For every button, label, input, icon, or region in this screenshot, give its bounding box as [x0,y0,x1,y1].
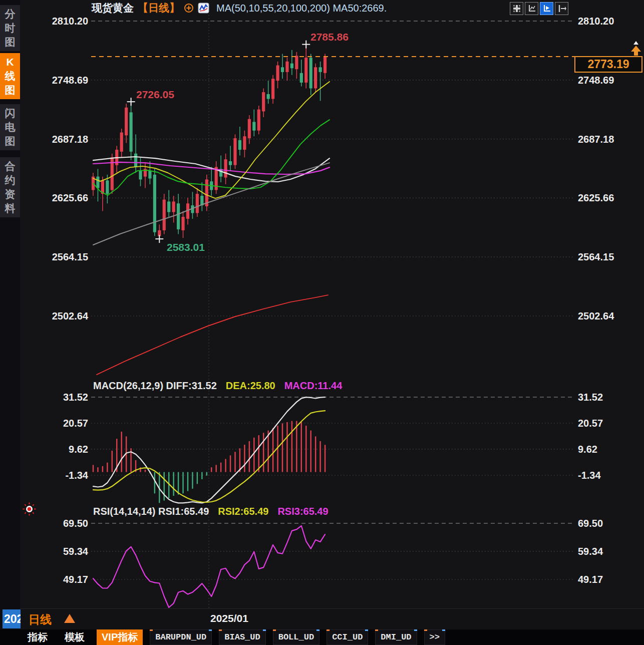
candle-body [309,58,312,88]
candle-body [267,94,270,99]
period-label[interactable]: 日线 [29,612,52,627]
axis-tick-label: 2564.15 [578,251,614,262]
macd-header: MACD(26,12,9) DIFF:31.52 DEA:25.80 MACD:… [93,380,342,392]
axes-flag-icon[interactable] [540,2,553,15]
grid-cross-icon[interactable] [510,2,523,15]
swing-low-label: 2583.01 [167,241,205,253]
candle-body [238,140,241,150]
axis-tick-label: 31.52 [578,392,603,403]
candle-body [163,200,166,230]
axis-tick-label: 59.34 [63,546,89,557]
candle-body [304,58,307,83]
tab-模板[interactable]: 模板 [60,629,90,645]
candle-body [271,79,274,99]
axis-tick-label: 2810.20 [578,16,614,27]
candle-body [262,92,265,111]
period-up-triangle-icon [64,614,75,623]
candle-body [125,108,128,136]
candle-body [120,133,123,152]
axis-tick-label: 59.34 [578,546,603,557]
candle-body [285,62,288,72]
candle-body [319,67,322,72]
last-price-badge: 2773.19 [574,56,642,73]
macd-value-label: MACD:11.44 [284,380,343,392]
candle-body [177,203,180,229]
add-indicator-icon[interactable] [184,3,194,13]
axis-tick-label: 49.17 [578,574,603,585]
candle-body [167,201,170,212]
ma-indicator-logo-icon[interactable] [198,3,209,14]
period-tag[interactable]: 【日线】 [138,1,180,15]
axis-tick-label: 69.50 [63,518,88,529]
candle-body [224,159,227,177]
axis-tick-label: 2687.18 [578,134,614,145]
tab-BIAS_UD[interactable]: BIAS_UD [219,629,265,645]
tab-CCI_UD[interactable]: CCI_UD [327,629,368,645]
symbol-title: 现货黄金 [92,1,134,15]
candle-body [281,67,284,72]
candle-body [295,56,298,69]
axis-tick-label: 2748.69 [578,75,614,86]
rsi3-label: RSI3:65.49 [277,506,328,517]
rsi-header: RSI(14,14,14) RSI1:65.49 RSI2:65.49 RSI3… [93,506,329,517]
price-up-arrow-icon [629,40,642,57]
candle-body [290,64,293,69]
candle-body [139,171,142,179]
candle-body [106,180,109,194]
axis-tick-label: 69.50 [578,518,603,529]
ma-red-line [97,295,328,375]
axis-tick-label: 2502.64 [52,310,89,321]
candle-body [300,73,303,83]
axis-tick-label: 2687.18 [52,134,88,145]
candle-body [153,175,156,232]
axis-tick-label: -1.34 [65,470,88,481]
tab-DMI_UD[interactable]: DMI_UD [375,629,417,645]
indicator-tab-bar: 指标模板VIP指标BARUPDN_UDBIAS_UDBOLL_UDCCI_UDD… [0,629,644,645]
chart-header: 现货黄金 【日线】 MA(50,10,55,20,100,200) MA50:2… [92,2,387,15]
axis-tick-label: 20.57 [578,418,603,429]
chart-toolbar [510,2,568,15]
candle-body [229,161,232,165]
year-badge[interactable]: 2024 [3,609,21,628]
candle-body [276,65,279,81]
rsi2-label: RSI2:65.49 [218,506,268,517]
axes-chart-icon[interactable] [525,2,538,15]
candle-body [233,138,236,165]
candle-body [181,217,184,230]
tab-指标[interactable]: 指标 [23,629,53,645]
date-axis-row: 日线 2025/01 [20,608,644,630]
candle-body [130,112,133,152]
chart-canvas[interactable]: 2810.202810.202748.692748.692687.182687.… [0,0,644,645]
axis-tick-label: 9.62 [69,444,88,455]
date-tick-label: 2025/01 [210,612,248,624]
tab-[interactable]: >> [424,629,445,645]
axis-tick-label: 31.52 [63,392,88,403]
tab-BARUPDN_UD[interactable]: BARUPDN_UD [150,629,212,645]
axis-tick-label: 20.57 [63,418,88,429]
axis-tick-label: 49.17 [63,574,88,585]
tab-BOLL_UD[interactable]: BOLL_UD [273,629,319,645]
axis-tick-label: 2625.66 [578,192,614,203]
macd-dea-label: DEA:25.80 [226,380,275,392]
alert-sun-icon[interactable] [23,502,36,516]
candle-body [148,171,151,178]
tab-VIP指标[interactable]: VIP指标 [97,629,143,645]
rsi-title: RSI(14,14,14) RSI1:65.49 [93,506,209,517]
axis-tick-label: 2625.66 [52,192,88,203]
candle-body [134,154,137,167]
candle-body [324,57,327,73]
ma-settings-label: MA(50,10,55,20,100,200) MA50:2669. [216,3,387,14]
panel-toggle-icon[interactable] [555,2,568,15]
axis-tick-label: 2502.64 [578,310,614,321]
candle-body [314,67,317,88]
macd-title: MACD(26,12,9) DIFF:31.52 [93,380,217,392]
macd-dea-line [93,411,325,502]
trading-app-window: 2810.202810.202748.692748.692687.182687.… [0,0,644,645]
axis-tick-label: 2810.20 [52,16,88,27]
swing-high-label: 2726.05 [136,89,174,101]
candle-body [257,110,260,131]
candle-body [172,201,175,212]
axis-tick-label: 2748.69 [52,75,88,86]
candle-body [252,122,255,130]
candle-body [96,177,99,188]
